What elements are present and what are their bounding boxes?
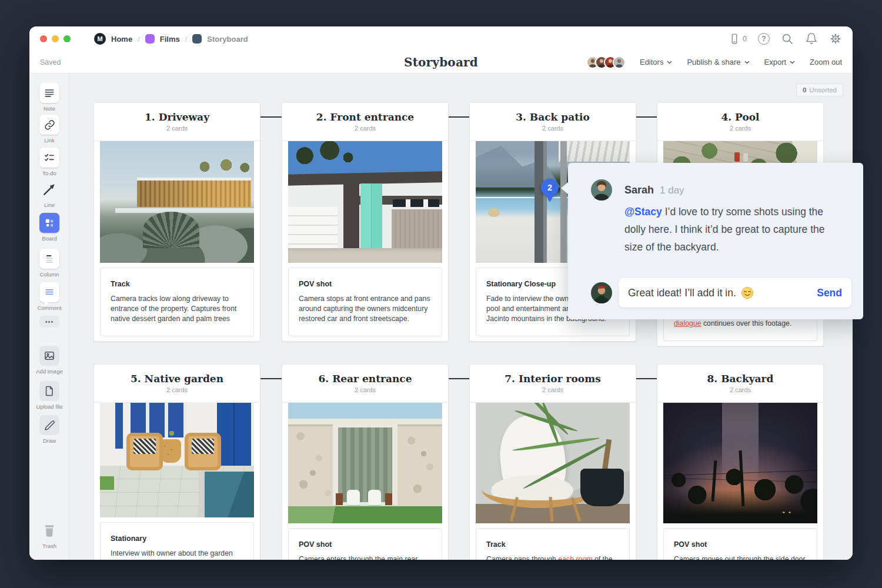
- storyboard-column-native-garden[interactable]: 5. Native garden 2 cards Stationary Inte…: [93, 364, 260, 560]
- shot-description-text: of the: [592, 555, 612, 560]
- tool-comment[interactable]: Comment: [29, 282, 69, 311]
- shot-description: Interview with owner about the garden: [111, 549, 243, 559]
- settings-gear-icon[interactable]: [829, 32, 842, 45]
- storyboard-column-backyard[interactable]: 8. Backyard 2 cards POV shot Camera move…: [657, 364, 824, 560]
- text-link[interactable]: dialogue: [674, 319, 701, 328]
- mobile-device-icon[interactable]: 0: [729, 32, 747, 45]
- zoom-out-button[interactable]: Zoom out: [810, 58, 842, 66]
- shot-type: Track: [486, 540, 619, 549]
- front-entrance-photo[interactable]: [288, 141, 442, 263]
- column-title[interactable]: 7. Interior rooms: [470, 365, 636, 385]
- more-dots-icon: •••: [39, 316, 59, 328]
- tool-trash[interactable]: Trash: [29, 520, 69, 549]
- column-title[interactable]: 4. Pool: [657, 103, 823, 123]
- breadcrumb-films[interactable]: Films: [160, 35, 180, 44]
- shot-description: Camera pans through each room of the: [486, 554, 619, 560]
- tool-board[interactable]: Board: [29, 213, 69, 242]
- comment-pin[interactable]: 2: [541, 179, 559, 196]
- todo-icon: [39, 148, 59, 168]
- column-title[interactable]: 5. Native garden: [94, 365, 260, 385]
- reply-input[interactable]: Great ideat! I’ll add it in. Send: [619, 278, 851, 308]
- storyboard-column-rear-entrance[interactable]: 6. Rear entrance 2 cards POV shot Camera…: [282, 364, 449, 560]
- search-icon[interactable]: [781, 32, 794, 45]
- help-icon[interactable]: ?: [758, 33, 770, 45]
- shot-description: Camera enters through the main rear: [299, 554, 432, 560]
- tool-add-image[interactable]: Add image: [29, 346, 69, 375]
- text-link[interactable]: each room: [558, 555, 592, 560]
- tool-upload-file[interactable]: Upload file: [29, 381, 69, 410]
- shot-type: POV shot: [299, 540, 432, 549]
- shot-note[interactable]: POV shot Camera enters through the main …: [288, 528, 442, 560]
- send-button[interactable]: Send: [817, 287, 842, 299]
- connector-arrow[interactable]: [447, 378, 470, 379]
- unsorted-label: Unsorted: [809, 86, 837, 93]
- tool-line[interactable]: Line: [29, 179, 69, 208]
- tool-label: Line: [29, 202, 69, 208]
- add-image-icon: [39, 346, 59, 366]
- fullscreen-window-button[interactable]: [64, 35, 71, 42]
- notifications-bell-icon[interactable]: [805, 32, 818, 45]
- comment-author[interactable]: Sarah: [624, 184, 654, 196]
- films-board-icon[interactable]: [145, 34, 155, 44]
- tool-draw[interactable]: Draw: [29, 415, 69, 444]
- shot-note[interactable]: Track Camera tracks low along driveway t…: [100, 268, 254, 336]
- tool-label: Board: [29, 235, 69, 242]
- note-icon: [39, 83, 59, 103]
- connector-arrow[interactable]: [447, 116, 470, 118]
- column-card-count: 2 cards: [657, 386, 823, 403]
- shot-note[interactable]: Stationary Interview with owner about th…: [100, 522, 254, 560]
- export-menu[interactable]: Export: [764, 58, 796, 66]
- breadcrumb-home[interactable]: Home: [111, 35, 132, 44]
- connector-arrow[interactable]: [634, 116, 658, 118]
- titlebar: M Home / Films / Storyboard 0 ?: [29, 26, 853, 51]
- column-title[interactable]: 3. Back patio: [470, 103, 636, 123]
- connector-arrow[interactable]: [259, 116, 283, 118]
- minimize-window-button[interactable]: [52, 35, 59, 42]
- shot-note[interactable]: POV shot Camera stops at front entrance …: [288, 268, 442, 336]
- unsorted-badge[interactable]: 0 Unsorted: [796, 83, 843, 96]
- shot-note[interactable]: Track Camera pans through each room of t…: [476, 528, 630, 560]
- shot-note[interactable]: POV shot Camera moves out through the si…: [663, 528, 817, 560]
- tool-column[interactable]: Column: [29, 249, 69, 278]
- shot-description-text: Camera pans through: [486, 555, 558, 560]
- zoom-out-label: Zoom out: [810, 58, 842, 66]
- editors-menu[interactable]: Editors: [640, 58, 673, 66]
- tool-more[interactable]: •••: [29, 316, 69, 328]
- storyboard-column-front-entrance[interactable]: 2. Front entrance 2 cards POV shot Camer…: [282, 102, 449, 342]
- column-card-count: 2 cards: [94, 125, 260, 141]
- driveway-photo[interactable]: [100, 141, 254, 263]
- storyboard-column-driveway[interactable]: 1. Driveway 2 cards Track Camera tracks …: [93, 102, 260, 342]
- rear-entrance-photo[interactable]: [288, 403, 442, 523]
- shot-description: Camera tracks low along driveway to entr…: [111, 294, 243, 324]
- publish-share-menu[interactable]: Publish & share: [687, 58, 750, 66]
- chevron-down-icon: [789, 60, 796, 65]
- native-garden-photo[interactable]: [100, 403, 254, 517]
- mention-link[interactable]: @Stacy: [624, 206, 662, 218]
- tool-note[interactable]: Note: [29, 83, 69, 112]
- traffic-lights: [40, 35, 71, 42]
- tool-link[interactable]: Link: [29, 115, 69, 143]
- column-title[interactable]: 2. Front entrance: [282, 103, 448, 123]
- interior-rooms-photo[interactable]: [476, 403, 630, 523]
- breadcrumb-storyboard[interactable]: Storyboard: [207, 35, 248, 44]
- unsorted-count: 0: [803, 86, 806, 93]
- tool-label: Draw: [29, 437, 69, 444]
- connector-arrow[interactable]: [259, 378, 283, 379]
- tools-sidebar: Note Link To-do: [29, 74, 69, 560]
- publish-share-label: Publish & share: [687, 58, 740, 66]
- editor-avatars[interactable]: [586, 56, 626, 69]
- tool-label: Note: [29, 105, 69, 112]
- tool-label: Trash: [29, 543, 69, 549]
- column-title[interactable]: 6. Rear entrance: [282, 365, 448, 385]
- column-title[interactable]: 8. Backyard: [657, 365, 823, 385]
- tool-todo[interactable]: To-do: [29, 148, 69, 176]
- column-title[interactable]: 1. Driveway: [94, 103, 260, 123]
- backyard-photo[interactable]: [663, 403, 817, 523]
- app-logo-icon[interactable]: M: [94, 33, 106, 45]
- close-window-button[interactable]: [40, 35, 47, 42]
- column-card-count: 2 cards: [657, 125, 823, 141]
- tool-label: Column: [29, 271, 69, 278]
- connector-arrow[interactable]: [634, 378, 658, 379]
- storyboard-column-interior-rooms[interactable]: 7. Interior rooms 2 cards Track Camera p…: [469, 364, 636, 560]
- storyboard-board-icon[interactable]: [192, 34, 202, 44]
